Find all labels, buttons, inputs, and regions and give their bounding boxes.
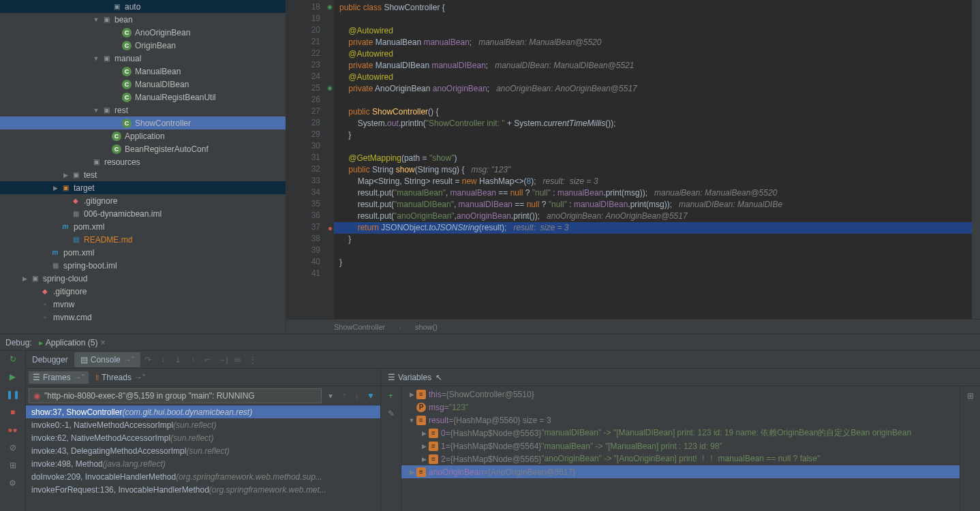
gutter-line[interactable]: 35 (286, 199, 334, 211)
tree-item[interactable]: CManualBean (0, 65, 286, 78)
tree-item[interactable]: CShowController (0, 117, 286, 129)
code-line[interactable]: return JSONObject.toJSONString(result); … (334, 222, 972, 234)
tree-item[interactable]: ▼▣rest (0, 104, 286, 117)
tree-arrow-icon[interactable]: ▶ (20, 275, 29, 282)
gutter-line[interactable]: 20 (286, 25, 334, 37)
tree-item[interactable]: COriginBean (0, 39, 286, 52)
variable-item[interactable]: ▶≡1 = {HashMap$Node@5564} "manualBean" -… (401, 439, 960, 452)
variable-item[interactable]: Pmsg = "123" (401, 401, 960, 414)
step-into-button[interactable]: ↓ (155, 352, 170, 367)
variables-tree[interactable]: ▶≡this = {ShowController@5510}Pmsg = "12… (401, 386, 960, 511)
gutter-line[interactable]: 37● (286, 222, 334, 234)
chevron-down-icon[interactable]: ▾ (324, 391, 337, 401)
gutter-line[interactable]: 31 (286, 153, 334, 164)
tree-arrow-icon[interactable]: ▼ (92, 55, 100, 62)
stack-frame[interactable]: doInvoke:209, InvocableHandlerMethod (or… (26, 470, 380, 483)
new-watch-button[interactable]: ✎ (384, 407, 398, 420)
pause-button[interactable]: ❚❚ (6, 388, 20, 401)
tree-arrow-icon[interactable]: ▶ (51, 185, 59, 191)
tree-item[interactable]: ◆.gitignore (0, 285, 286, 298)
code-line[interactable]: @Autowired (334, 72, 972, 83)
code-line[interactable]: private ManualBean manualBean; manualBea… (334, 37, 972, 48)
stack-frame[interactable]: show:37, ShowController (com.git.hui.boo… (26, 405, 380, 418)
code-line[interactable]: @Autowired (334, 25, 972, 37)
tree-item[interactable]: ▶▣test (0, 168, 286, 181)
gutter-line[interactable]: 41 (286, 268, 334, 280)
thread-selector[interactable]: ◉ "http-nio-8080-exec-8"@5,159 in group … (29, 388, 322, 403)
implement-icon[interactable]: ◉ (324, 84, 333, 93)
debugger-tab[interactable]: Debugger (26, 352, 74, 367)
code-line[interactable]: Map<String, String> result = new HashMap… (334, 176, 972, 187)
frames-list[interactable]: show:37, ShowController (com.git.hui.boo… (26, 405, 380, 511)
gutter-line[interactable]: 36 (286, 211, 334, 222)
variable-item[interactable]: ▶≡this = {ShowController@5510} (401, 388, 960, 401)
tree-arrow-icon[interactable]: ▼ (92, 107, 100, 114)
frames-tab[interactable]: ☰ Frames →" (29, 371, 89, 384)
code-line[interactable]: } (334, 129, 972, 141)
code-line[interactable]: public String show(String msg) { msg: "1… (334, 164, 972, 176)
code-line[interactable] (334, 245, 972, 257)
tree-item[interactable]: CManualDIBean (0, 78, 286, 91)
code-line[interactable]: } (334, 234, 972, 245)
stack-frame[interactable]: invoke:62, NativeMethodAccessorImpl (sun… (26, 431, 380, 444)
gutter-line[interactable]: 22 (286, 48, 334, 60)
tree-item[interactable]: CManualRegistBeanUtil (0, 91, 286, 104)
code-line[interactable] (334, 141, 972, 153)
gutter-line[interactable]: 33 (286, 176, 334, 187)
breakpoint-icon[interactable]: ● (324, 223, 333, 232)
step-over-button[interactable]: ↷ (140, 352, 155, 367)
breadcrumb-method[interactable]: show() (415, 323, 438, 331)
tree-item[interactable]: mpom.xml (0, 246, 286, 259)
stack-frame[interactable]: invoke:43, DelegatingMethodAccessorImpl … (26, 444, 380, 457)
tree-item[interactable]: ▤README.md (0, 233, 286, 246)
gutter-line[interactable]: 40 (286, 257, 334, 268)
threads-tab[interactable]: ⫴ Threads →" (91, 371, 149, 384)
code-line[interactable]: public ShowController() { (334, 106, 972, 118)
code-line[interactable]: private AnoOriginBean anoOriginBean; ano… (334, 83, 972, 95)
code-line[interactable]: System.out.println("ShowController init:… (334, 118, 972, 129)
code-area[interactable]: public class ShowController { @Autowired… (334, 0, 972, 319)
watch-settings-button[interactable]: ⊞ (964, 389, 977, 403)
stack-frame[interactable]: invokeForRequest:136, InvocableHandlerMe… (26, 483, 380, 496)
tree-item[interactable]: CAnoOriginBean (0, 26, 286, 39)
tree-item[interactable]: ▼▣manual (0, 52, 286, 65)
tree-arrow-icon[interactable]: ▼ (92, 16, 100, 23)
tree-item[interactable]: mpom.xml (0, 220, 286, 233)
gutter-line[interactable]: 38 (286, 234, 334, 245)
code-line[interactable]: result.put("manualDIBean", manualDIBean … (334, 199, 972, 211)
gutter-line[interactable]: 23 (286, 60, 334, 72)
editor-gutter[interactable]: 18◉19202122232425◉2627282930313233343536… (286, 0, 334, 319)
breadcrumb[interactable]: ShowController › show() (286, 319, 980, 334)
gutter-line[interactable]: 18◉ (286, 2, 334, 14)
force-step-into-button[interactable]: ⤓ (170, 352, 185, 367)
tree-arrow-icon[interactable]: ▶ (407, 391, 416, 398)
code-line[interactable]: private ManualDIBean manualDIBean; manua… (334, 60, 972, 72)
tree-item[interactable]: ◆.gitignore (0, 194, 286, 207)
gutter-line[interactable]: 24 (286, 72, 334, 83)
implement-icon[interactable]: ◉ (324, 3, 333, 12)
tree-arrow-icon[interactable]: ▶ (407, 469, 416, 476)
code-line[interactable]: @GetMapping(path = "show") (334, 153, 972, 164)
tree-arrow-icon[interactable]: ▼ (407, 417, 416, 424)
gutter-line[interactable]: 25◉ (286, 83, 334, 95)
tree-item[interactable]: ▶▣target (0, 181, 286, 194)
breakpoints-button[interactable]: ●● (6, 423, 20, 437)
code-line[interactable]: result.put("anoOriginBean",anoOriginBean… (334, 211, 972, 222)
add-watch-button[interactable]: + (384, 389, 398, 403)
tree-arrow-icon[interactable]: ▶ (419, 430, 429, 437)
mute-breakpoints-button[interactable]: ⊘ (6, 441, 20, 454)
stack-frame[interactable]: invoke:498, Method (java.lang.reflect) (26, 457, 380, 470)
gutter-line[interactable]: 32 (286, 164, 334, 176)
step-out-button[interactable]: ↑ (185, 352, 200, 367)
gutter-line[interactable]: 26 (286, 95, 334, 106)
tree-item[interactable]: ▣resources (0, 155, 286, 168)
trace-button[interactable]: ⋮ (245, 352, 260, 367)
project-tree[interactable]: ▣auto▼▣beanCAnoOriginBeanCOriginBean▼▣ma… (0, 0, 286, 334)
run-to-cursor-button[interactable]: →| (215, 352, 230, 367)
variable-item[interactable]: ▶≡anoOriginBean = {AnoOriginBean@5517} (401, 465, 960, 478)
code-line[interactable] (334, 14, 972, 25)
code-line[interactable] (334, 268, 972, 280)
gutter-line[interactable]: 19 (286, 14, 334, 25)
gutter-line[interactable]: 39 (286, 245, 334, 257)
tree-item[interactable]: CApplication (0, 129, 286, 142)
